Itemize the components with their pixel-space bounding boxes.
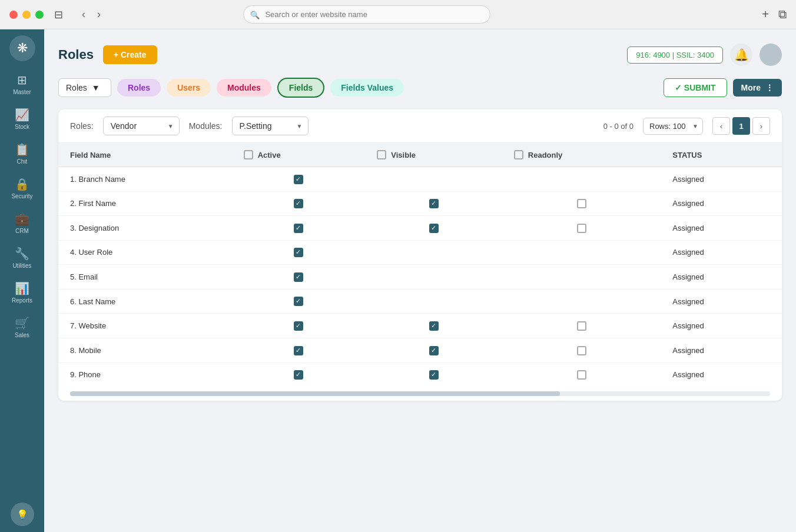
cell-status: Assigned <box>661 191 782 216</box>
cell-status: Assigned <box>661 314 782 338</box>
active-header-checkbox[interactable] <box>244 150 253 159</box>
cell-readonly <box>502 314 661 338</box>
tab-fields[interactable]: Fields <box>277 78 324 98</box>
th-active: Active <box>232 143 366 167</box>
notification-button[interactable]: 🔔 <box>730 44 752 66</box>
readonly-checkbox[interactable] <box>577 224 586 233</box>
active-checkbox[interactable] <box>294 321 303 331</box>
data-table: Field Name Active Visible <box>58 143 782 387</box>
cell-visible <box>365 167 502 192</box>
tab-roles[interactable]: Roles <box>117 79 161 97</box>
table-row: 1. Branch NameAssigned <box>58 167 782 192</box>
maximize-traffic-light[interactable] <box>35 11 44 19</box>
more-button[interactable]: More ⋮ <box>733 79 782 97</box>
scrollbar-track[interactable] <box>70 391 770 396</box>
cell-active <box>232 265 366 290</box>
roles-filter-select[interactable]: Vendor <box>103 117 180 135</box>
active-checkbox[interactable] <box>294 297 303 306</box>
main-layout: ❋ ⊞ Master 📈 Stock 📋 Chit 🔒 Security 💼 C… <box>0 29 796 532</box>
cell-field-name: 6. Last Name <box>58 289 232 314</box>
master-icon: ⊞ <box>17 73 27 87</box>
avatar-button[interactable] <box>759 44 782 66</box>
sidebar-item-utilities[interactable]: 🔧 Utilities <box>2 242 43 274</box>
submit-button[interactable]: ✓ SUBMIT <box>664 78 727 97</box>
header-left: Roles + Create <box>58 45 157 64</box>
active-checkbox[interactable] <box>294 346 303 355</box>
pagination-info: 0 - 0 of 0 <box>603 122 634 131</box>
tabs-bar: Roles ▼ Roles Users Modules Fields Field… <box>58 78 782 98</box>
tab-users[interactable]: Users <box>167 79 211 97</box>
cell-active <box>232 363 366 387</box>
visible-checkbox[interactable] <box>429 224 439 233</box>
close-traffic-light[interactable] <box>9 11 18 19</box>
sidebar-item-stock[interactable]: 📈 Stock <box>2 103 43 135</box>
readonly-checkbox[interactable] <box>577 370 586 380</box>
roles-filter-select-wrap: Vendor <box>103 117 180 135</box>
titlebar: ⊟ ‹ › 🔍 + ⧉ <box>0 0 796 29</box>
active-checkbox[interactable] <box>294 248 303 257</box>
forward-button[interactable]: › <box>94 7 104 22</box>
visible-checkbox[interactable] <box>429 346 439 355</box>
add-tab-button[interactable]: + <box>762 8 769 21</box>
table-container: Roles: Vendor Modules: P.Setting 0 - 0 o… <box>58 109 782 401</box>
hint-button[interactable]: 💡 <box>11 503 34 526</box>
titlebar-actions: + ⧉ <box>762 8 787 21</box>
content-area: Roles + Create 916: 4900 | SSIL: 3400 🔔 … <box>44 29 796 532</box>
prev-page-button[interactable]: ‹ <box>712 117 730 135</box>
cell-visible <box>365 289 502 314</box>
readonly-checkbox[interactable] <box>577 321 586 331</box>
readonly-checkbox[interactable] <box>577 346 586 355</box>
cell-active <box>232 240 366 265</box>
tab-field-values[interactable]: Fields Values <box>330 79 404 97</box>
modules-filter-select[interactable]: P.Setting <box>232 117 309 135</box>
tab-modules[interactable]: Modules <box>217 79 271 97</box>
traffic-lights <box>9 11 44 19</box>
sidebar-item-security[interactable]: 🔒 Security <box>2 172 43 205</box>
create-button[interactable]: + Create <box>103 45 157 64</box>
scrollbar-thumb[interactable] <box>70 391 560 396</box>
rows-per-page-select[interactable]: Rows: 100 <box>643 118 703 135</box>
roles-dropdown[interactable]: Roles ▼ <box>58 78 111 97</box>
sales-icon: 🛒 <box>15 316 29 330</box>
tabs-overview-button[interactable]: ⧉ <box>778 8 787 21</box>
sidebar-item-chit[interactable]: 📋 Chit <box>2 138 43 170</box>
visible-checkbox[interactable] <box>429 370 439 380</box>
sidebar-toggle-button[interactable]: ⊟ <box>51 7 67 22</box>
th-visible: Visible <box>365 143 502 167</box>
th-field-name: Field Name <box>58 143 232 167</box>
cell-field-name: 5. Email <box>58 265 232 290</box>
table-row: 2. First NameAssigned <box>58 191 782 216</box>
cell-readonly <box>502 289 661 314</box>
readonly-header-checkbox[interactable] <box>514 150 523 159</box>
table-row: 8. MobileAssigned <box>58 338 782 363</box>
sidebar-logo[interactable]: ❋ <box>9 35 35 61</box>
sidebar-item-crm[interactable]: 💼 CRM <box>2 207 43 240</box>
active-checkbox[interactable] <box>294 224 303 233</box>
visible-checkbox[interactable] <box>429 321 439 331</box>
table-row: 4. User RoleAssigned <box>58 240 782 265</box>
search-bar: 🔍 <box>243 5 490 24</box>
chit-icon: 📋 <box>15 142 29 157</box>
sidebar-item-master[interactable]: ⊞ Master <box>2 68 43 101</box>
cell-readonly <box>502 240 661 265</box>
table-row: 5. EmailAssigned <box>58 265 782 290</box>
sidebar-item-sales[interactable]: 🛒 Sales <box>2 311 43 344</box>
next-page-button[interactable]: › <box>752 117 770 135</box>
cell-readonly <box>502 338 661 363</box>
page-title: Roles <box>58 47 94 62</box>
active-checkbox[interactable] <box>294 175 303 184</box>
sidebar-item-reports[interactable]: 📊 Reports <box>2 277 43 309</box>
sidebar-item-label: Chit <box>17 158 28 165</box>
minimize-traffic-light[interactable] <box>22 11 31 19</box>
readonly-checkbox[interactable] <box>577 199 586 208</box>
sidebar-item-label: Utilities <box>12 262 31 270</box>
visible-checkbox[interactable] <box>429 199 439 208</box>
search-input[interactable] <box>243 5 490 24</box>
active-checkbox[interactable] <box>294 272 303 282</box>
visible-header-checkbox[interactable] <box>377 150 386 159</box>
crm-icon: 💼 <box>15 212 29 226</box>
back-button[interactable]: ‹ <box>78 7 89 22</box>
header-right: 916: 4900 | SSIL: 3400 🔔 <box>627 44 782 66</box>
active-checkbox[interactable] <box>294 370 303 380</box>
active-checkbox[interactable] <box>294 199 303 208</box>
